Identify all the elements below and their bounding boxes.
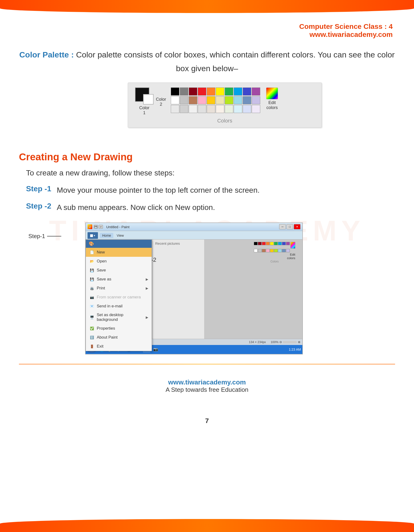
ms6[interactable] bbox=[274, 242, 278, 245]
color1-group: Color 1 bbox=[135, 87, 154, 115]
ms16[interactable] bbox=[278, 249, 282, 252]
swatch-lg9[interactable] bbox=[243, 105, 251, 113]
menu-item-desktop[interactable]: 🖥️ Set as desktop background ▶ bbox=[86, 311, 152, 324]
open-icon: 📂 bbox=[89, 259, 94, 264]
recent-panel-label: Recent pictures bbox=[155, 241, 201, 246]
minimize-button[interactable]: ─ bbox=[279, 224, 286, 229]
swatch-darkred[interactable] bbox=[189, 87, 197, 95]
ms3[interactable] bbox=[262, 242, 266, 245]
swatch-gray[interactable] bbox=[180, 87, 188, 95]
swatch-red[interactable] bbox=[198, 87, 206, 95]
status-coordinates: 134 × 234px bbox=[249, 340, 266, 344]
ms10[interactable] bbox=[254, 249, 258, 252]
footer-website[interactable]: www.tiwariacademy.com bbox=[19, 379, 395, 386]
swatch-brown[interactable] bbox=[189, 96, 197, 104]
swatch-lg2[interactable] bbox=[180, 105, 188, 113]
swatch-blue[interactable] bbox=[243, 87, 251, 95]
save-as-arrow: ▶ bbox=[146, 277, 148, 281]
ms18[interactable] bbox=[286, 249, 290, 252]
menu-item-exit[interactable]: 🚪 Exit bbox=[86, 342, 152, 351]
taskbar-app2[interactable]: 📷 bbox=[152, 346, 159, 353]
swatch-cyan[interactable] bbox=[234, 87, 242, 95]
menu-item-properties[interactable]: ✅ Properties bbox=[86, 324, 152, 333]
swatch-lg3[interactable] bbox=[189, 105, 197, 113]
swatch-black[interactable] bbox=[171, 87, 179, 95]
menu-item-open[interactable]: 📂 Open bbox=[86, 257, 152, 266]
swatch-lg5[interactable] bbox=[207, 105, 215, 113]
color-palette-wrapper: Color 1 Color 2 bbox=[19, 83, 395, 140]
quick-save-icon[interactable]: 💾 bbox=[94, 225, 98, 229]
menu-item-save-as[interactable]: 💾 Save as ▶ bbox=[86, 275, 152, 284]
ms9[interactable] bbox=[286, 242, 290, 245]
colors-footer-label: Colors bbox=[135, 118, 314, 124]
menu-item-about[interactable]: ℹ️ About Paint bbox=[86, 333, 152, 342]
paint-menu-button[interactable]: ■ ▼ bbox=[87, 232, 98, 239]
menu-item-new[interactable]: 📄 New bbox=[86, 248, 152, 257]
ms12[interactable] bbox=[262, 249, 266, 252]
menu-item-save-as-label: Save as bbox=[97, 277, 111, 282]
ms5[interactable] bbox=[270, 242, 274, 245]
paint-icon: 🎨 bbox=[87, 224, 92, 229]
edit-colors-group: Edit colors bbox=[266, 87, 278, 110]
zoom-plus[interactable]: ⊕ bbox=[298, 340, 300, 344]
swatch-lg4[interactable] bbox=[198, 105, 206, 113]
color-palette-box: Color 1 Color 2 bbox=[128, 83, 322, 128]
exit-icon: 🚪 bbox=[89, 344, 94, 349]
dropdown-menu: 🎨 📄 New 📂 Open 💾 S bbox=[86, 239, 152, 351]
swatch-lg6[interactable] bbox=[216, 105, 224, 113]
close-button[interactable]: ✕ bbox=[294, 224, 300, 229]
swatch-row-3 bbox=[171, 105, 260, 113]
ms17[interactable] bbox=[282, 249, 286, 252]
swatch-lg8[interactable] bbox=[234, 105, 242, 113]
swatch-pink[interactable] bbox=[198, 96, 206, 104]
color-palette-label: Color Palette : bbox=[19, 50, 74, 59]
swatch-light-blue[interactable] bbox=[234, 96, 242, 104]
ms14[interactable] bbox=[270, 249, 274, 252]
ms13[interactable] bbox=[266, 249, 270, 252]
menu-item-properties-label: Properties bbox=[97, 326, 115, 331]
swatch-yellow[interactable] bbox=[216, 87, 224, 95]
swatch-lg1[interactable] bbox=[171, 105, 179, 113]
swatch-cream[interactable] bbox=[216, 96, 224, 104]
ribbon-tab-home[interactable]: Home bbox=[100, 233, 113, 238]
menu-item-open-label: Open bbox=[97, 259, 107, 264]
paint-logo: 🎨 bbox=[89, 241, 94, 246]
zoom-slider[interactable] bbox=[283, 341, 297, 343]
ms2[interactable] bbox=[258, 242, 262, 245]
step2-text: A sub menu appears. Now click on New opt… bbox=[57, 202, 215, 213]
edit-colors-label[interactable]: Edit colors bbox=[266, 100, 278, 110]
rainbow-icon bbox=[266, 87, 278, 99]
ribbon-tab-view[interactable]: View bbox=[114, 233, 126, 238]
menu-item-print[interactable]: 🖨️ Print ▶ bbox=[86, 284, 152, 293]
swatch-lg7[interactable] bbox=[225, 105, 233, 113]
ms11[interactable] bbox=[258, 249, 262, 252]
swatch-silver[interactable] bbox=[180, 96, 188, 104]
creating-drawing-heading: Creating a New Drawing bbox=[19, 151, 395, 163]
recent-panel: Recent pictures bbox=[152, 239, 204, 339]
ms8[interactable] bbox=[282, 242, 286, 245]
swatch-purple[interactable] bbox=[252, 87, 260, 95]
paint-icons-group: 💾 ↩ bbox=[94, 225, 103, 229]
ms1[interactable] bbox=[254, 242, 258, 245]
swatch-white[interactable] bbox=[171, 96, 179, 104]
ms7[interactable] bbox=[278, 242, 282, 245]
zoom-minus[interactable]: ⊖ bbox=[279, 340, 283, 344]
ms15[interactable] bbox=[274, 249, 278, 252]
menu-item-email[interactable]: 📧 Send in e-mail bbox=[86, 302, 152, 311]
mini-edit-colors[interactable]: Editcolors bbox=[254, 253, 295, 260]
swatch-orange[interactable] bbox=[207, 87, 215, 95]
swatch-row-2 bbox=[171, 96, 260, 104]
swatch-lg10[interactable] bbox=[252, 105, 260, 113]
restore-button[interactable]: □ bbox=[287, 224, 293, 229]
menu-item-save[interactable]: 💾 Save bbox=[86, 266, 152, 275]
quick-undo-icon[interactable]: ↩ bbox=[99, 225, 103, 229]
paint-title-text: Untitled - Paint bbox=[106, 225, 129, 229]
menu-item-desktop-label: Set as desktop background bbox=[97, 313, 143, 322]
swatch-lavender[interactable] bbox=[252, 96, 260, 104]
swatch-gold[interactable] bbox=[207, 96, 215, 104]
swatch-lime[interactable] bbox=[225, 96, 233, 104]
mini-colors-label: Colors bbox=[254, 260, 295, 263]
swatch-steel-blue[interactable] bbox=[243, 96, 251, 104]
ms4[interactable] bbox=[266, 242, 270, 245]
swatch-green[interactable] bbox=[225, 87, 233, 95]
